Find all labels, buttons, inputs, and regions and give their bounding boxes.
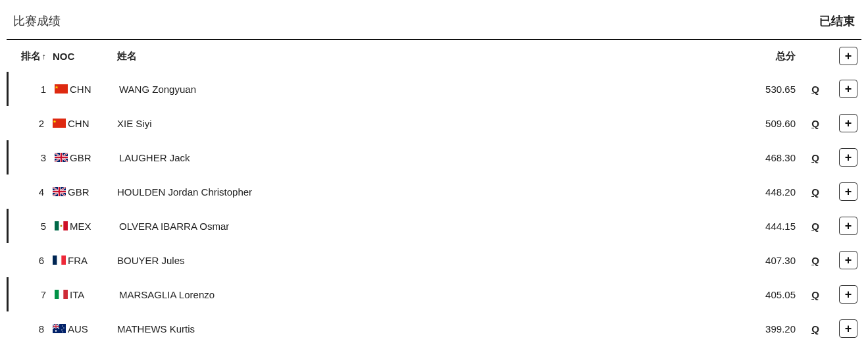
noc-code: MEX — [70, 221, 91, 232]
total-score: 407.30 — [736, 255, 796, 266]
rank-cell: 1 — [9, 84, 48, 95]
expand-cell: + — [835, 182, 861, 201]
svg-point-30 — [55, 330, 57, 331]
flag-icon — [55, 153, 68, 162]
flag-icon — [53, 119, 66, 128]
expand-row-button[interactable]: + — [839, 251, 857, 269]
expand-cell: + — [835, 114, 861, 132]
header-name: 姓名 — [105, 50, 736, 63]
athlete-name[interactable]: MARSAGLIA Lorenzo — [107, 289, 736, 300]
header-rank[interactable]: 排名 ↑ — [7, 50, 46, 63]
flag-icon — [53, 255, 66, 265]
table-row: 2CHNXIE Siyi509.60Q+ — [7, 106, 861, 140]
expand-cell: + — [835, 217, 861, 235]
flag-icon — [55, 84, 68, 94]
qualify-badge: Q — [796, 221, 835, 232]
expand-row-button[interactable]: + — [839, 285, 857, 304]
svg-point-33 — [61, 329, 62, 330]
table-row: 4GBRHOULDEN Jordan Christopher448.20Q+ — [7, 174, 861, 209]
table-row: 7ITAMARSAGLIA Lorenzo405.05Q+ — [7, 277, 861, 311]
noc-cell: GBR — [46, 186, 105, 198]
noc-cell: ITA — [48, 289, 107, 300]
total-score: 444.15 — [736, 221, 796, 232]
header-noc: NOC — [46, 51, 105, 62]
header-rank-label: 排名 — [21, 50, 41, 63]
expand-row-button[interactable]: + — [839, 80, 857, 98]
rank-cell: 3 — [9, 152, 48, 163]
qualify-badge: Q — [796, 152, 835, 163]
rank-cell: 4 — [7, 186, 46, 198]
expand-row-button[interactable]: + — [839, 217, 857, 235]
noc-code: CHN — [68, 118, 89, 129]
noc-code: GBR — [70, 152, 91, 163]
qualify-badge: Q — [796, 289, 835, 300]
svg-rect-22 — [59, 290, 64, 299]
qualify-badge: Q — [796, 255, 835, 266]
rank-cell: 6 — [7, 255, 46, 266]
athlete-name[interactable]: HOULDEN Jordan Christopher — [105, 186, 736, 198]
noc-cell: FRA — [46, 255, 105, 266]
header-total: 总分 — [736, 50, 796, 63]
qualify-badge: Q — [796, 323, 835, 335]
expand-row-button[interactable]: + — [839, 148, 857, 167]
svg-rect-8 — [55, 157, 68, 158]
table-row: 5MEXOLVERA IBARRA Osmar444.15Q+ — [7, 209, 861, 243]
total-score: 468.30 — [736, 152, 796, 163]
svg-point-17 — [61, 225, 63, 227]
expand-row-button[interactable]: + — [839, 182, 857, 201]
expand-cell: + — [835, 148, 861, 167]
athlete-name[interactable]: LAUGHER Jack — [107, 152, 736, 163]
flag-icon — [55, 290, 68, 299]
expand-row-button[interactable]: + — [839, 319, 857, 338]
noc-cell: CHN — [46, 118, 105, 129]
expand-cell: + — [835, 80, 861, 98]
table-row: 1CHNWANG Zongyuan530.65Q+ — [7, 72, 861, 106]
table-row: 3GBRLAUGHER Jack468.30Q+ — [7, 140, 861, 174]
svg-rect-23 — [63, 290, 68, 299]
total-score: 399.20 — [736, 323, 796, 335]
svg-rect-13 — [53, 191, 66, 192]
svg-rect-21 — [55, 290, 59, 299]
athlete-name[interactable]: XIE Siyi — [105, 118, 736, 129]
flag-icon — [53, 187, 66, 196]
svg-rect-29 — [53, 326, 59, 327]
table-header: 排名 ↑ NOC 姓名 总分 + — [7, 40, 861, 72]
table-row: 8AUSMATHEWS Kurtis399.20Q+ — [7, 311, 861, 346]
rank-cell: 5 — [9, 221, 48, 232]
noc-code: CHN — [70, 84, 91, 95]
athlete-name[interactable]: WANG Zongyuan — [107, 84, 736, 95]
flag-icon — [53, 324, 66, 333]
rank-cell: 7 — [9, 289, 48, 300]
qualify-badge: Q — [796, 186, 835, 198]
svg-rect-19 — [57, 255, 62, 265]
total-score: 405.05 — [736, 289, 796, 300]
noc-code: AUS — [68, 323, 88, 335]
noc-code: GBR — [68, 186, 89, 198]
expand-row-button[interactable]: + — [839, 114, 857, 132]
rank-cell: 8 — [7, 323, 46, 335]
svg-point-31 — [62, 325, 63, 326]
athlete-name[interactable]: BOUYER Jules — [105, 255, 736, 266]
status-label: 已结束 — [819, 13, 855, 29]
expand-cell: + — [835, 251, 861, 269]
total-score: 530.65 — [736, 84, 796, 95]
qualify-badge: Q — [796, 118, 835, 129]
noc-cell: MEX — [48, 221, 107, 232]
athlete-name[interactable]: MATHEWS Kurtis — [105, 323, 736, 335]
svg-rect-18 — [53, 255, 57, 265]
svg-point-32 — [63, 327, 64, 328]
expand-all-button[interactable]: + — [839, 47, 857, 65]
svg-rect-16 — [63, 221, 68, 230]
flag-icon — [55, 221, 68, 230]
svg-rect-20 — [61, 255, 66, 265]
noc-code: ITA — [70, 289, 84, 300]
total-score: 509.60 — [736, 118, 796, 129]
svg-rect-14 — [55, 221, 59, 230]
athlete-name[interactable]: OLVERA IBARRA Osmar — [107, 221, 736, 232]
expand-cell: + — [835, 319, 861, 338]
table-row: 6FRABOUYER Jules407.30Q+ — [7, 243, 861, 277]
noc-cell: GBR — [48, 152, 107, 163]
svg-point-34 — [63, 331, 63, 332]
noc-cell: CHN — [48, 84, 107, 95]
noc-code: FRA — [68, 255, 88, 266]
